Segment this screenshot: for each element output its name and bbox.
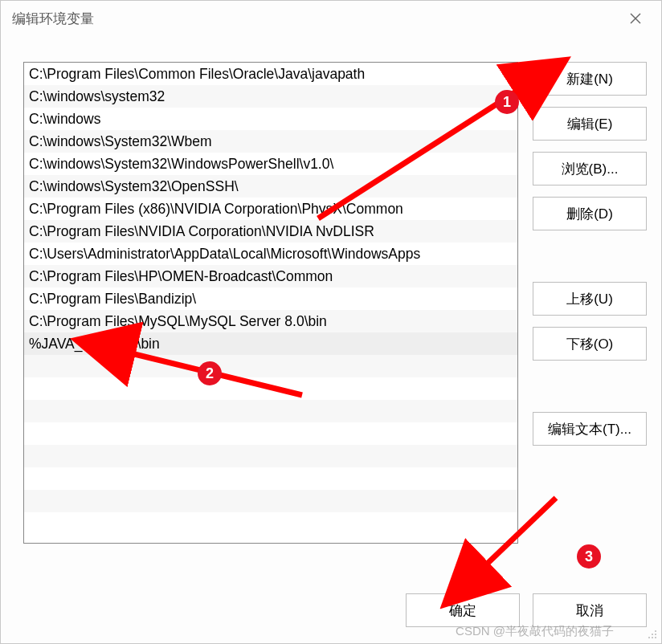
button-gap [533, 242, 647, 271]
annotation-badge-1: 1 [495, 90, 519, 114]
path-row[interactable]: %JAVA_HOME%\bin [24, 332, 517, 355]
move-up-button[interactable]: 上移(U) [533, 282, 647, 316]
close-button[interactable] [621, 4, 650, 33]
path-row[interactable]: C:\Program Files\Bandizip\ [24, 287, 517, 310]
path-row[interactable]: C:\windows [24, 108, 517, 130]
titlebar: 编辑环境变量 [1, 1, 661, 36]
empty-row [24, 422, 517, 445]
new-button[interactable]: 新建(N) [533, 62, 647, 96]
dialog-content: C:\Program Files\Common Files\Oracle\Jav… [1, 36, 661, 643]
path-row[interactable]: C:\Program Files\MySQL\MySQL Server 8.0\… [24, 310, 517, 332]
browse-button[interactable]: 浏览(B)... [533, 152, 647, 185]
dialog-title: 编辑环境变量 [12, 10, 94, 28]
path-row[interactable]: C:\Program Files\Common Files\Oracle\Jav… [24, 63, 517, 85]
edit-text-button[interactable]: 编辑文本(T)... [533, 412, 647, 446]
annotation-badge-3: 3 [577, 544, 601, 569]
annotation-badge-2: 2 [198, 361, 222, 385]
path-row[interactable]: C:\windows\system32 [24, 85, 517, 108]
path-row[interactable]: C:\windows\System32\WindowsPowerShell\v1… [24, 153, 517, 175]
path-row[interactable]: C:\windows\System32\OpenSSH\ [24, 175, 517, 198]
edit-button[interactable]: 编辑(E) [533, 107, 647, 141]
env-var-edit-dialog: 编辑环境变量 C:\Program Files\Common Files\Ora… [0, 0, 662, 644]
empty-row [24, 400, 517, 422]
path-row[interactable]: C:\windows\System32\Wbem [24, 130, 517, 153]
empty-row [24, 355, 517, 377]
move-down-button[interactable]: 下移(O) [533, 327, 647, 361]
delete-button[interactable]: 删除(D) [533, 197, 647, 230]
path-row[interactable]: C:\Program Files (x86)\NVIDIA Corporatio… [24, 198, 517, 220]
cancel-button[interactable]: 取消 [533, 593, 647, 627]
empty-row [24, 512, 517, 535]
path-row[interactable]: C:\Program Files\NVIDIA Corporation\NVID… [24, 220, 517, 243]
ok-button[interactable]: 确定 [406, 593, 520, 627]
empty-row [24, 490, 517, 512]
path-row[interactable]: C:\Program Files\HP\OMEN-Broadcast\Commo… [24, 265, 517, 287]
empty-row [24, 377, 517, 400]
close-icon [630, 13, 641, 24]
empty-row [24, 445, 517, 467]
path-row[interactable]: C:\Users\Administrator\AppData\Local\Mic… [24, 243, 517, 265]
path-listbox[interactable]: C:\Program Files\Common Files\Oracle\Jav… [23, 62, 518, 544]
dialog-footer: 确定 取消 [406, 593, 647, 627]
button-gap [533, 372, 647, 401]
empty-row [24, 467, 517, 490]
